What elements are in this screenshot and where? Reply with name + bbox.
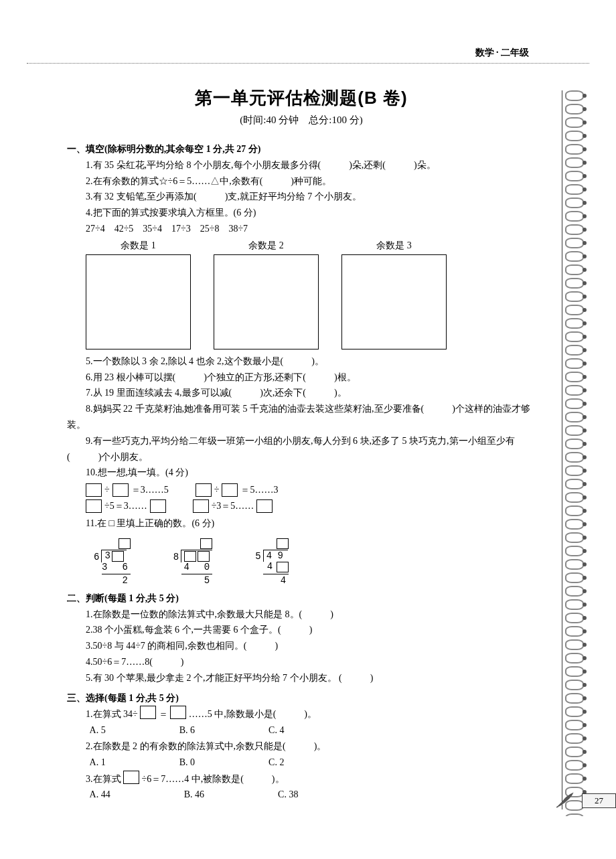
q1-4: 4.把下面的算式按要求填入方框里。(6 分) [67,205,536,221]
page-footer: 27 [556,789,616,808]
binding-ring [565,90,584,101]
q1-11: 11.在 □ 里填上正确的数。(6 分) [67,516,536,532]
ld-line [102,574,131,574]
binding-ring [565,211,584,222]
binding-ring [565,291,584,302]
blank-box[interactable] [196,483,212,497]
binding-ring [565,653,584,663]
blank-box[interactable] [277,538,289,549]
binding-ring [565,680,584,690]
q1-11-longdiv-row: 6 3 3 6 2 8 4 0 5 [94,538,536,587]
q1-7: 7.从 19 里面连续减去 4,最多可以减( )次,还余下( )。 [67,385,536,401]
blank-box[interactable] [256,499,273,513]
q1-1: 1.有 35 朵红花,平均分给 8 个小朋友,每个小朋友最多分得( )朵,还剩(… [67,157,536,173]
blank-box[interactable] [277,562,289,572]
ld2-rem: 5 [181,576,212,586]
binding-ring [565,532,584,543]
page: 第一单元评估检测题(B 卷) (时间:40 分钟 总分:100 分) 一、填空(… [0,64,616,816]
choice-b: B. 46 [184,787,204,803]
blank-box[interactable] [193,499,209,513]
q1-9: 9.有一些巧克力,平均分给二年级一班第一小组的小朋友,每人分到 6 块,还多了 … [67,433,536,465]
blank-box[interactable] [170,706,186,719]
blank-box[interactable] [198,551,210,562]
section-1-heading: 一、填空(除标明分数的,其余每空 1 分,共 27 分) [67,141,536,157]
binding-ring [565,372,584,382]
q1-4-boxes: 余数是 1 余数是 2 余数是 3 [86,240,536,349]
binding-ring [565,305,584,315]
choice-a: A. 5 [90,722,106,738]
blank-box[interactable] [140,706,156,719]
box-label-1: 余数是 1 [86,240,191,252]
binding-ring [565,117,584,128]
q2-2: 2.38 个小蛋糕,每盒装 6 个,一共需要 6 个盒子。( ) [67,622,536,638]
binding-ring [565,613,584,623]
binding-ring [565,398,584,409]
blank-box[interactable] [200,538,212,549]
binding-ring [565,720,584,730]
eq-b: ＝5……3 [240,484,278,496]
eq-d: ÷3＝5…… [212,500,254,512]
q2-5: 5.有 30 个苹果,最少拿走 2 个,才能正好平均分给 7 个小朋友。 ( ) [67,670,536,686]
page-subtitle: (时间:40 分钟 总分:100 分) [67,114,536,127]
binding-ring [565,171,584,181]
blank-box[interactable] [119,538,131,549]
blank-box[interactable] [112,551,124,562]
binding-ring [565,559,584,570]
ld1-rem: 2 [102,576,131,586]
longdiv-3: 5 4 9 4 4 [255,538,289,587]
binding-ring [565,385,584,396]
binding-ring [565,733,584,744]
ld-line [263,574,289,574]
blank-box[interactable] [222,483,238,497]
binding-ring [565,439,584,449]
binding-ring [565,198,584,208]
q1-8: 8.妈妈买 22 千克菜籽油,她准备用可装 5 千克油的油壶去装这些菜籽油,至少… [67,401,536,433]
q3-1-mid: ＝ [159,709,168,719]
ld3-sub-tens: 4 [267,562,275,572]
binding-ring [565,505,584,516]
binding-ring [565,773,584,784]
blank-box[interactable] [123,771,139,784]
page-number: 27 [582,793,616,808]
blank-box[interactable] [112,483,129,497]
binding-ring [565,813,584,816]
answer-box-1[interactable] [86,254,191,349]
binding-ring [565,747,584,757]
binding-ring [565,572,584,583]
blank-box[interactable] [184,551,196,562]
binding-ring [565,345,584,356]
section-2-heading: 二、判断(每题 1 分,共 5 分) [67,591,536,607]
binding-ring [565,331,584,342]
ld1-sub: 3 6 [102,562,131,572]
binding-ring [565,586,584,597]
margin-line [562,90,562,809]
q1-2: 2.在有余数的算式☆÷6＝5……△中,余数有( )种可能。 [67,173,536,189]
q1-10: 10.想一想,填一填。(4 分) [67,465,536,481]
binding-ring [565,157,584,168]
ld3-divisor: 5 [255,552,262,562]
binding-ring [565,599,584,610]
blank-box[interactable] [86,499,102,513]
binding-ring [565,104,584,114]
binding-ring [565,251,584,262]
ld3-dividend: 4 9 [263,550,288,562]
choice-a: A. 44 [90,787,110,803]
answer-box-2[interactable] [214,254,319,349]
binding-ring [565,693,584,704]
blank-box[interactable] [150,499,166,513]
binding-ring [565,144,584,155]
choice-a: A. 1 [90,755,106,771]
q3-2-choices: A. 1 B. 0 C. 2 [90,755,536,771]
binding-ring [565,278,584,289]
q2-4: 4.50÷6＝7……8( ) [67,654,536,670]
q3-3-choices: A. 44 B. 46 C. 38 [90,787,536,803]
q1-5: 5.一个数除以 3 余 2,除以 4 也余 2,这个数最小是( )。 [67,354,536,370]
ld2-sub: 4 0 [181,562,212,572]
binding-ring [565,666,584,677]
answer-box-3[interactable] [341,254,447,349]
choice-b: B. 0 [179,755,195,771]
q1-3: 3.有 32 支铅笔,至少再添加( )支,就正好平均分给 7 个小朋友。 [67,189,536,205]
q3-1-choices: A. 5 B. 6 C. 4 [90,722,536,738]
blank-box[interactable] [86,483,102,497]
q2-1: 1.在除数是一位数的除法算式中,余数最大只能是 8。( ) [67,607,536,623]
